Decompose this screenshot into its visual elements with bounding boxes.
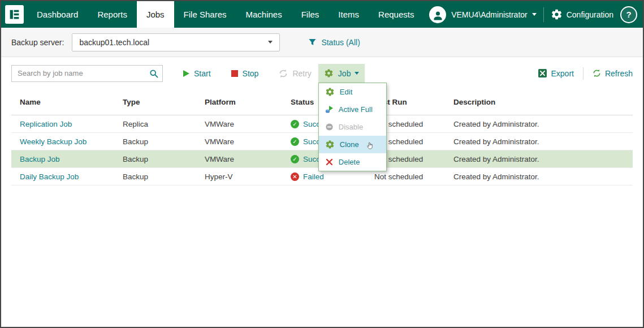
- chevron-down-icon[interactable]: [532, 13, 537, 16]
- menu-item-label: Clone: [340, 140, 359, 149]
- job-button-label: Job: [338, 69, 351, 78]
- menu-item-label: Disable: [339, 123, 363, 131]
- job-type: Backup: [114, 168, 196, 185]
- job-platform: VMWare: [196, 133, 282, 150]
- top-navigation: Dashboard Reports Jobs File Shares Machi…: [1, 1, 643, 28]
- menu-item-label: Edit: [340, 88, 352, 96]
- help-button[interactable]: ?: [620, 6, 637, 23]
- backup-server-label: Backup server:: [11, 38, 64, 47]
- menu-item-edit[interactable]: Edit: [319, 83, 386, 101]
- job-name-link[interactable]: Daily Backup Job: [20, 172, 79, 181]
- chevron-down-icon: [355, 72, 359, 75]
- filter-funnel-icon: [308, 38, 317, 46]
- retry-button: Retry: [279, 69, 311, 78]
- job-description: Created by Administrator.: [445, 168, 633, 185]
- job-platform: VMWare: [196, 150, 282, 168]
- menu-item-disable: Disable: [319, 118, 386, 136]
- clone-gear-icon: [325, 140, 335, 149]
- menu-item-delete[interactable]: Delete: [319, 153, 386, 171]
- toolbar-right-group: Export Refresh: [538, 67, 633, 80]
- nav-right-group: VEMU4\Administrator Configuration ?: [429, 1, 643, 28]
- status-filter[interactable]: Status (All): [308, 38, 360, 47]
- success-icon: ✓: [291, 155, 299, 163]
- delete-icon: [325, 158, 334, 166]
- jobs-toolbar: Start Stop Retry Job Edit Active Full: [1, 57, 643, 83]
- filter-bar: Backup server: backup01.tech.local Statu…: [1, 28, 643, 57]
- nav-item-file-shares[interactable]: File Shares: [174, 1, 236, 28]
- status-link[interactable]: Failed: [303, 172, 324, 181]
- retry-label: Retry: [292, 69, 311, 78]
- nav-item-machines[interactable]: Machines: [236, 1, 291, 28]
- app-logo-icon: [5, 5, 24, 24]
- job-name-link[interactable]: Weekly Backup Job: [20, 137, 87, 146]
- job-description: Created by Administrator.: [445, 133, 633, 150]
- app-logo[interactable]: [1, 1, 27, 28]
- stop-icon: [231, 70, 238, 77]
- job-platform: VMWare: [196, 115, 282, 133]
- job-type: Backup: [114, 133, 196, 150]
- menu-item-clone[interactable]: Clone: [319, 136, 386, 153]
- toolbar-divider: [583, 67, 584, 80]
- nav-item-requests[interactable]: Requests: [369, 1, 423, 28]
- start-label: Start: [194, 69, 211, 78]
- excel-export-icon: [538, 68, 547, 78]
- nav-item-dashboard[interactable]: Dashboard: [27, 1, 88, 28]
- column-header-name[interactable]: Name: [11, 89, 114, 115]
- active-full-icon: [325, 105, 334, 114]
- refresh-label: Refresh: [605, 69, 633, 78]
- main-nav: Dashboard Reports Jobs File Shares Machi…: [27, 1, 423, 28]
- column-header-type[interactable]: Type: [114, 89, 196, 115]
- success-icon: ✓: [291, 137, 299, 146]
- backup-server-value: backup01.tech.local: [79, 38, 149, 47]
- search-box: [11, 65, 163, 82]
- job-name-link[interactable]: Backup Job: [20, 155, 60, 163]
- app-window: Dashboard Reports Jobs File Shares Machi…: [0, 0, 644, 328]
- job-type: Backup: [114, 150, 196, 168]
- user-menu[interactable]: VEMU4\Administrator: [451, 10, 528, 19]
- user-avatar-icon[interactable]: [429, 6, 446, 23]
- nav-item-files[interactable]: Files: [292, 1, 329, 28]
- job-dropdown-menu: Edit Active Full Disable Clone De: [318, 83, 387, 171]
- nav-divider: [543, 7, 544, 22]
- backup-server-select[interactable]: backup01.tech.local: [72, 33, 280, 51]
- refresh-icon: [593, 69, 601, 77]
- start-button[interactable]: Start: [183, 69, 211, 78]
- configuration-gear-icon: [551, 8, 563, 20]
- retry-icon: [279, 69, 288, 78]
- export-button[interactable]: Export: [538, 68, 574, 78]
- failed-icon: ✕: [291, 172, 299, 181]
- stop-label: Stop: [243, 69, 259, 78]
- search-input[interactable]: [12, 69, 145, 77]
- job-description: Created by Administrator.: [445, 115, 633, 133]
- column-header-description[interactable]: Description: [445, 89, 633, 115]
- job-menu-button[interactable]: Job Edit Active Full Disable Cl: [318, 64, 365, 83]
- menu-item-label: Active Full: [339, 105, 373, 114]
- menu-item-active-full[interactable]: Active Full: [319, 101, 386, 118]
- job-description: Created by Administrator.: [445, 150, 633, 168]
- column-header-platform[interactable]: Platform: [196, 89, 282, 115]
- configuration-link[interactable]: Configuration: [567, 10, 613, 19]
- job-platform: Hyper-V: [196, 168, 282, 185]
- mouse-cursor-icon: [366, 141, 374, 150]
- chevron-down-icon: [268, 41, 273, 44]
- stop-button[interactable]: Stop: [231, 69, 259, 78]
- menu-item-label: Delete: [339, 158, 360, 166]
- export-label: Export: [551, 69, 574, 78]
- edit-gear-icon: [325, 87, 335, 97]
- nav-item-reports[interactable]: Reports: [88, 1, 137, 28]
- search-icon[interactable]: [145, 66, 162, 81]
- play-icon: [183, 70, 189, 77]
- gear-icon: [324, 68, 334, 78]
- job-name-link[interactable]: Replication Job: [20, 120, 72, 128]
- status-filter-label: Status (All): [321, 38, 360, 47]
- refresh-button[interactable]: Refresh: [593, 69, 633, 78]
- disable-icon: [325, 123, 334, 131]
- success-icon: ✓: [291, 120, 299, 128]
- nav-item-items[interactable]: Items: [329, 1, 369, 28]
- nav-item-jobs[interactable]: Jobs: [137, 1, 174, 28]
- job-type: Replica: [114, 115, 196, 133]
